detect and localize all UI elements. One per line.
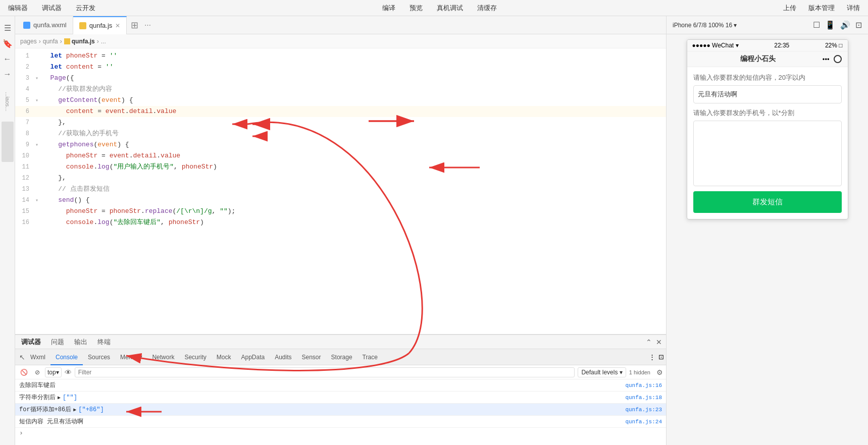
phone-nav-title: 编程小石头 xyxy=(693,54,823,64)
code-line-3: 3 ▾ Page({ xyxy=(15,73,666,84)
menu-preview[interactable]: 预览 xyxy=(407,2,425,15)
menu-upload[interactable]: 上传 xyxy=(781,2,798,15)
phone-sms-input[interactable]: 元旦有活动啊 xyxy=(693,85,842,103)
panel-close-icon[interactable]: ✕ xyxy=(656,338,662,346)
menu-editor[interactable]: 编辑器 xyxy=(6,2,30,15)
bottom-panel-controls: ⌃ ✕ xyxy=(646,338,662,346)
line-content-16: console.log("去除回车键后", phoneStr) xyxy=(42,217,204,228)
right-panel-header: iPhone 6/7/8 100% 16 ▾ ☐ 📱 🔊 ⊡ xyxy=(667,16,868,34)
tab-js-close[interactable]: ✕ xyxy=(115,22,120,29)
code-editor[interactable]: 1 let phoneStr = '' 2 let content = '' 3… xyxy=(15,48,666,334)
menu-clear-cache[interactable]: 清缓存 xyxy=(475,2,499,15)
tabs-more-icon[interactable]: ⋯ xyxy=(142,21,153,29)
console-prompt: › xyxy=(19,429,23,437)
devtools-tab-appdata[interactable]: AppData xyxy=(236,349,270,365)
console-link-4[interactable]: qunfa.js:24 xyxy=(625,419,662,425)
console-pause-btn[interactable]: ⊘ xyxy=(33,368,42,377)
console-settings-icon[interactable]: ⚙ xyxy=(656,368,663,376)
devtools-tab-sensor[interactable]: Sensor xyxy=(297,349,326,365)
console-link-2[interactable]: qunfa.js:18 xyxy=(625,395,662,401)
hidden-count-badge: 1 hidden xyxy=(629,369,653,375)
menu-device-debug[interactable]: 真机调试 xyxy=(435,2,465,15)
console-level-select[interactable]: Default levels ▾ xyxy=(578,367,626,377)
menu-debugger[interactable]: 调试器 xyxy=(40,2,64,15)
console-link-1[interactable]: qunfa.js:16 xyxy=(625,382,662,388)
device-selector[interactable]: iPhone 6/7/8 100% 16 ▾ xyxy=(673,22,737,29)
expand-arrow-2[interactable]: ▶ xyxy=(58,395,61,401)
line-toggle-3[interactable]: ▾ xyxy=(35,73,42,84)
devtools-tab-sources[interactable]: Sources xyxy=(83,349,115,365)
devtools-kebab-icon[interactable]: ⋮ xyxy=(649,353,655,361)
sidebar-forward-icon[interactable]: → xyxy=(1,67,15,82)
devtools-tab-security[interactable]: Security xyxy=(179,349,211,365)
phone-phone-label: 请输入你要群发的手机号，以*分割 xyxy=(693,108,842,118)
top-menu-left: 编辑器 调试器 云开发 xyxy=(6,2,97,15)
line-num-14: 14 xyxy=(15,195,35,206)
console-clear-btn[interactable]: 🚫 xyxy=(18,368,30,377)
console-text-1: 去除回车键后 xyxy=(19,381,56,390)
tab-wxml[interactable]: qunfa.wxml xyxy=(17,16,73,34)
expand-arrow-3[interactable]: ▶ xyxy=(73,407,76,413)
bottom-tab-terminal[interactable]: 终端 xyxy=(95,338,113,347)
code-line-14: 14 ▾ send() { xyxy=(15,195,666,206)
line-num-11: 11 xyxy=(15,161,35,173)
breadcrumb-filename: qunfa.js xyxy=(72,38,95,45)
menu-version[interactable]: 版本管理 xyxy=(806,2,837,15)
devtools-tab-memory[interactable]: Memory xyxy=(115,349,147,365)
line-content-7: }, xyxy=(42,117,66,128)
line-content-6: content = event.detail.value xyxy=(42,106,176,117)
panel-collapse-icon[interactable]: ⌃ xyxy=(646,338,652,346)
monitor-icon[interactable]: ☐ xyxy=(813,20,820,30)
sidebar-toggle-icon[interactable]: ☰ xyxy=(1,20,14,36)
devtools-pointer-icon[interactable]: ↖ xyxy=(19,353,25,361)
speaker-icon[interactable]: 🔊 xyxy=(840,20,850,30)
line-toggle-5[interactable]: ▾ xyxy=(35,95,42,106)
breadcrumb-file: qunfa.js xyxy=(64,38,95,45)
phone-phone-textarea[interactable] xyxy=(693,121,842,186)
devtools-tab-audits[interactable]: Audits xyxy=(270,349,296,365)
phone-nav-icons: ••• xyxy=(823,55,842,63)
context-dropdown-icon: ▾ xyxy=(56,369,59,376)
fullscreen-icon[interactable]: ⊡ xyxy=(855,20,862,30)
phone-record-icon[interactable] xyxy=(834,55,842,63)
devtools-tab-trace[interactable]: Trace xyxy=(358,349,383,365)
phone-menu-icon[interactable]: ••• xyxy=(823,55,830,63)
line-content-1: let phoneStr = '' xyxy=(42,50,117,62)
code-line-7: 7 }, xyxy=(15,117,666,128)
console-eye-icon[interactable]: 👁 xyxy=(65,368,72,376)
devtools-tab-console[interactable]: Console xyxy=(50,349,83,365)
devtools-tab-storage[interactable]: Storage xyxy=(326,349,358,365)
devtools-tab-network[interactable]: Network xyxy=(147,349,179,365)
console-context-select[interactable]: top ▾ xyxy=(45,367,62,377)
line-toggle-14[interactable]: ▾ xyxy=(35,195,42,206)
bottom-tab-output[interactable]: 输出 xyxy=(72,338,89,347)
console-filter-input[interactable] xyxy=(75,367,575,377)
menu-details[interactable]: 详情 xyxy=(845,2,862,15)
top-menu-bar: 编辑器 调试器 云开发 编译 预览 真机调试 清缓存 上传 版本管理 详情 xyxy=(0,0,868,16)
phone-send-btn[interactable]: 群发短信 xyxy=(693,191,842,213)
code-line-8: 8 //获取输入的手机号 xyxy=(15,128,666,139)
code-line-10: 10 phoneStr = event.detail.value xyxy=(15,150,666,161)
devtools-more-icons: ⋮ ⊡ xyxy=(649,353,664,361)
line-toggle-9[interactable]: ▾ xyxy=(35,140,42,151)
devtools-tab-wxml[interactable]: Wxml xyxy=(25,349,50,365)
bottom-tab-issues[interactable]: 问题 xyxy=(49,338,66,347)
top-menu-right: 上传 版本管理 详情 xyxy=(781,2,862,15)
menu-compile[interactable]: 编译 xyxy=(380,2,397,15)
line-num-15: 15 xyxy=(15,206,35,217)
sidebar-back-icon[interactable]: ← xyxy=(1,51,15,67)
phone-signal: ●●●●● WeChat ▾ xyxy=(692,42,739,49)
tab-js[interactable]: qunfa.js ✕ xyxy=(73,16,127,34)
menu-cloud[interactable]: 云开发 xyxy=(74,2,97,15)
sidebar-bookmark-icon[interactable]: 🔖 xyxy=(0,36,16,51)
breadcrumb-qunfa: qunfa xyxy=(43,38,58,45)
console-link-3[interactable]: qunfa.js:23 xyxy=(625,407,662,413)
panel-layout-icon[interactable]: ⊞ xyxy=(127,20,142,31)
phone-icon[interactable]: 📱 xyxy=(825,20,835,30)
phone-time: 22:35 xyxy=(774,42,789,49)
devtools-tab-mock[interactable]: Mock xyxy=(212,349,236,365)
bottom-tab-debugger[interactable]: 调试器 xyxy=(19,338,43,347)
line-content-8: //获取输入的手机号 xyxy=(42,128,119,139)
line-num-5: 5 xyxy=(15,95,35,106)
devtools-detach-icon[interactable]: ⊡ xyxy=(658,353,664,361)
